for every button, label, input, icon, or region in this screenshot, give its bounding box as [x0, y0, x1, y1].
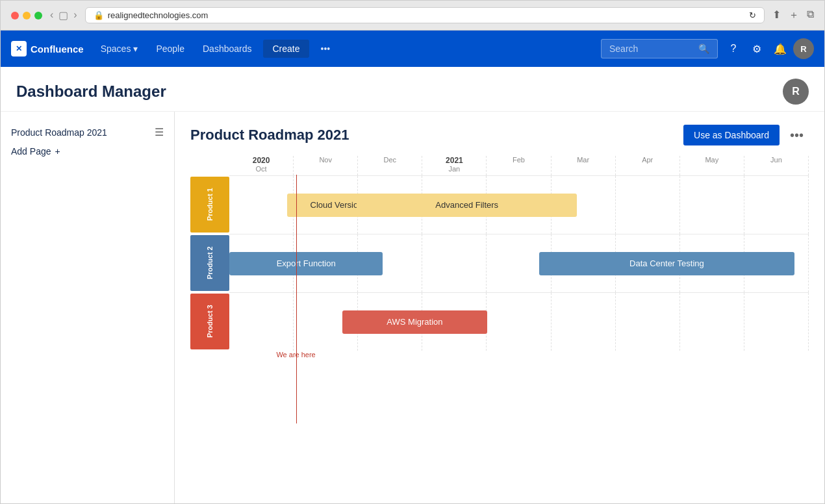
row-label-2: Product 2: [190, 235, 229, 291]
nav-people[interactable]: People: [149, 38, 191, 59]
sidebar: Product Roadmap 2021 ☰ Add Page +: [1, 112, 175, 503]
settings-icon: ⚙: [752, 43, 761, 55]
gantt-row: Product 1Cloud VersionAdvanced Filters: [190, 175, 809, 234]
today-line: [296, 175, 297, 423]
hamburger-icon[interactable]: ☰: [155, 126, 164, 138]
gantt-bar-0-1[interactable]: Advanced Filters: [357, 194, 577, 217]
gantt-chart: 2020OctNovDec2021JanFebMarAprMayJun Prod…: [190, 156, 809, 377]
browser-nav: ‹ ▢ ›: [50, 9, 77, 21]
dot-green[interactable]: [34, 12, 42, 19]
settings-button[interactable]: ⚙: [746, 38, 767, 59]
timeline-col: Jun: [744, 156, 809, 175]
page-title-area: Dashboard Manager R: [1, 67, 824, 112]
content-header: Product Roadmap 2021 Use as Dashboard ••…: [175, 112, 824, 156]
share-icon[interactable]: ⬆: [772, 8, 781, 22]
gantt-bar-2-0[interactable]: AWS Migration: [342, 310, 487, 334]
nav-spaces[interactable]: Spaces ▾: [94, 38, 145, 59]
page-wrapper: ‹ ▢ › 🔒 realignedtechnologies.com ↻ ⬆ ＋ …: [0, 0, 825, 504]
nav-dashboards[interactable]: Dashboards: [196, 38, 259, 59]
search-icon: 🔍: [698, 44, 709, 54]
spaces-label: Spaces: [101, 44, 131, 54]
avatar-letter: R: [800, 44, 806, 54]
avatar[interactable]: R: [793, 38, 814, 59]
gantt-container: 2020OctNovDec2021JanFebMarAprMayJun Prod…: [175, 156, 824, 503]
back-icon[interactable]: ‹: [50, 9, 53, 21]
nav-search[interactable]: Search 🔍: [601, 39, 718, 58]
timeline-col: Dec: [358, 156, 422, 175]
content-area: Product Roadmap 2021 Use as Dashboard ••…: [175, 112, 824, 503]
sidebar-item-label: Product Roadmap 2021: [11, 127, 107, 138]
tabs-icon[interactable]: ⧉: [807, 8, 814, 22]
reload-icon[interactable]: ↻: [749, 10, 756, 20]
page-title: Dashboard Manager: [16, 82, 166, 101]
timeline-col: Apr: [616, 156, 680, 175]
more-icon: •••: [321, 44, 331, 54]
timeline-col: May: [680, 156, 744, 175]
gantt-row: Product 2Export FunctionData Center Test…: [190, 234, 809, 292]
timeline-col: 2021Jan: [422, 156, 487, 175]
forward-icon[interactable]: ›: [73, 9, 77, 21]
notifications-icon: 🔔: [774, 43, 787, 55]
chevron-down-icon: ▾: [133, 44, 138, 54]
create-label: Create: [272, 44, 299, 54]
dashboards-label: Dashboards: [203, 44, 252, 54]
page-avatar-letter: R: [792, 86, 800, 97]
notifications-button[interactable]: 🔔: [770, 38, 791, 59]
timeline-col: Feb: [487, 156, 551, 175]
confluence-logo-icon: ✕: [11, 41, 27, 57]
dot-yellow[interactable]: [23, 12, 31, 19]
row-timeline-1: Cloud VersionAdvanced Filters: [229, 175, 809, 234]
more-options-button[interactable]: •••: [785, 125, 809, 145]
gantt-bar-1-1[interactable]: Data Center Testing: [539, 252, 794, 275]
dot-red[interactable]: [11, 12, 19, 19]
nav-more[interactable]: •••: [314, 38, 337, 59]
use-as-dashboard-button[interactable]: Use as Dashboard: [683, 125, 780, 145]
browser-dots: [11, 12, 42, 19]
row-label-3: Product 3: [190, 294, 229, 349]
timeline-col: Nov: [294, 156, 358, 175]
gantt-row: Product 3AWS Migration: [190, 292, 809, 351]
window-icon[interactable]: ▢: [58, 9, 68, 21]
timeline-col: 2020Oct: [229, 156, 294, 175]
logo-letter: ✕: [16, 44, 22, 53]
plus-icon: +: [55, 146, 60, 157]
nav-create[interactable]: Create: [263, 40, 309, 58]
content-actions: Use as Dashboard •••: [683, 125, 809, 145]
row-timeline-3: AWS Migration: [229, 292, 809, 351]
lock-icon: 🔒: [94, 10, 104, 20]
address-bar[interactable]: 🔒 realignedtechnologies.com ↻: [85, 7, 765, 23]
add-page-label: Add Page: [11, 146, 51, 157]
sidebar-item-roadmap[interactable]: Product Roadmap 2021 ☰: [1, 122, 174, 142]
new-tab-icon[interactable]: ＋: [789, 8, 799, 22]
gantt-rows: Product 1Cloud VersionAdvanced FiltersPr…: [190, 175, 809, 351]
gantt-bar-1-0[interactable]: Export Function: [229, 252, 383, 275]
confluence-nav: ✕ Confluence Spaces ▾ People Dashboards …: [1, 31, 824, 67]
browser-chrome: ‹ ▢ › 🔒 realignedtechnologies.com ↻ ⬆ ＋ …: [1, 1, 824, 31]
page-avatar: R: [783, 79, 809, 105]
logo-text: Confluence: [31, 44, 84, 55]
help-button[interactable]: ?: [723, 38, 744, 59]
search-placeholder: Search: [609, 44, 638, 54]
main-area: Product Roadmap 2021 ☰ Add Page + Produc…: [1, 112, 824, 503]
row-label-1: Product 1: [190, 177, 229, 233]
content-title: Product Roadmap 2021: [190, 127, 349, 144]
timeline-header: 2020OctNovDec2021JanFebMarAprMayJun: [229, 156, 809, 175]
browser-actions: ⬆ ＋ ⧉: [772, 8, 814, 22]
add-page-button[interactable]: Add Page +: [1, 142, 174, 160]
nav-icons: ? ⚙ 🔔 R: [723, 38, 814, 59]
people-label: People: [156, 44, 184, 54]
help-icon: ?: [731, 43, 737, 55]
confluence-logo: ✕ Confluence: [11, 41, 84, 57]
row-timeline-2: Export FunctionData Center Testing: [229, 234, 809, 292]
timeline-col: Mar: [552, 156, 616, 175]
url-text: realignedtechnologies.com: [108, 10, 209, 20]
